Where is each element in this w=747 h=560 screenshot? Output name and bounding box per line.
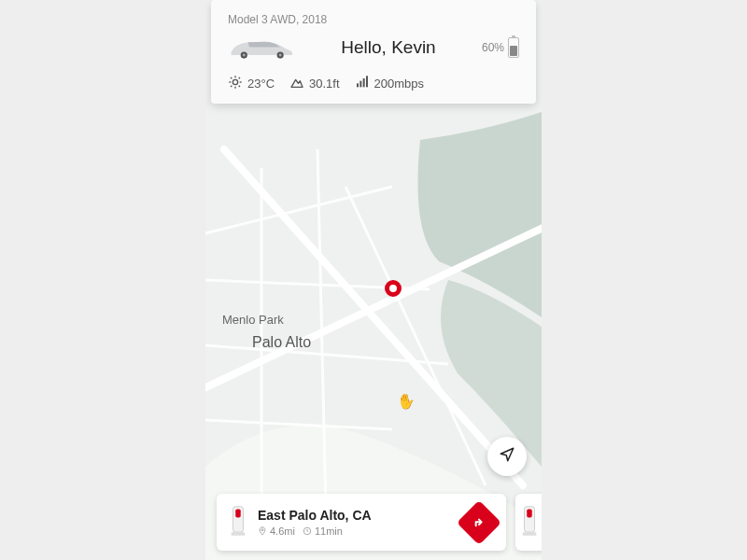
vehicle-status-card: Model 3 AWD, 2018 Hello, Kevin 60% bbox=[211, 0, 536, 104]
recenter-button[interactable] bbox=[487, 437, 527, 476]
svg-point-3 bbox=[243, 54, 246, 57]
supercharger-icon bbox=[519, 503, 540, 541]
vehicle-location-marker[interactable] bbox=[385, 280, 402, 297]
metric-temperature: 23°C bbox=[228, 75, 275, 92]
temperature-value: 23°C bbox=[247, 77, 275, 91]
metric-elevation: 30.1ft bbox=[289, 75, 340, 92]
svg-rect-16 bbox=[362, 78, 364, 87]
svg-point-5 bbox=[233, 79, 237, 84]
charger-carousel[interactable]: East Palo Alto, CA 4.6mi 11min bbox=[205, 494, 542, 551]
charger-time: 11min bbox=[303, 525, 343, 537]
map-label-menlo: Menlo Park bbox=[222, 313, 284, 327]
svg-point-4 bbox=[279, 54, 282, 57]
svg-rect-17 bbox=[366, 76, 368, 87]
app-screen: Menlo Park Palo Alto ✋ Model 3 AWD, 2018… bbox=[205, 0, 542, 560]
location-arrow-icon bbox=[499, 446, 515, 467]
battery-status: 60% bbox=[482, 37, 519, 58]
svg-point-21 bbox=[261, 529, 263, 531]
svg-rect-20 bbox=[232, 532, 246, 536]
turn-arrow-icon bbox=[472, 515, 486, 530]
signal-value: 200mbps bbox=[374, 77, 424, 91]
battery-icon bbox=[508, 37, 519, 58]
vehicle-silhouette-icon bbox=[228, 34, 295, 62]
greeting-text: Hello, Kevin bbox=[306, 37, 471, 58]
navigate-button[interactable] bbox=[457, 500, 501, 545]
svg-rect-25 bbox=[523, 532, 537, 536]
charger-distance: 4.6mi bbox=[258, 525, 295, 537]
svg-rect-14 bbox=[357, 83, 359, 87]
svg-line-10 bbox=[231, 77, 232, 78]
metric-signal: 200mbps bbox=[355, 75, 424, 92]
vehicle-model-label: Model 3 AWD, 2018 bbox=[228, 13, 519, 26]
battery-percent-label: 60% bbox=[482, 41, 504, 54]
mountain-icon bbox=[289, 75, 304, 92]
svg-rect-24 bbox=[527, 510, 531, 518]
elevation-value: 30.1ft bbox=[309, 77, 340, 91]
supercharger-icon bbox=[228, 503, 248, 541]
svg-rect-19 bbox=[235, 510, 240, 518]
svg-line-13 bbox=[239, 77, 240, 78]
svg-line-12 bbox=[231, 86, 232, 87]
svg-rect-15 bbox=[359, 81, 361, 88]
svg-line-11 bbox=[239, 86, 240, 87]
charger-location-title: East Palo Alto, CA bbox=[258, 508, 454, 523]
signal-bars-icon bbox=[355, 75, 370, 92]
charger-card-next[interactable] bbox=[515, 494, 542, 551]
charger-card[interactable]: East Palo Alto, CA 4.6mi 11min bbox=[217, 494, 506, 551]
sun-icon bbox=[228, 75, 243, 92]
map-label-palo-alto: Palo Alto bbox=[252, 334, 311, 351]
grab-cursor-icon: ✋ bbox=[396, 390, 417, 411]
